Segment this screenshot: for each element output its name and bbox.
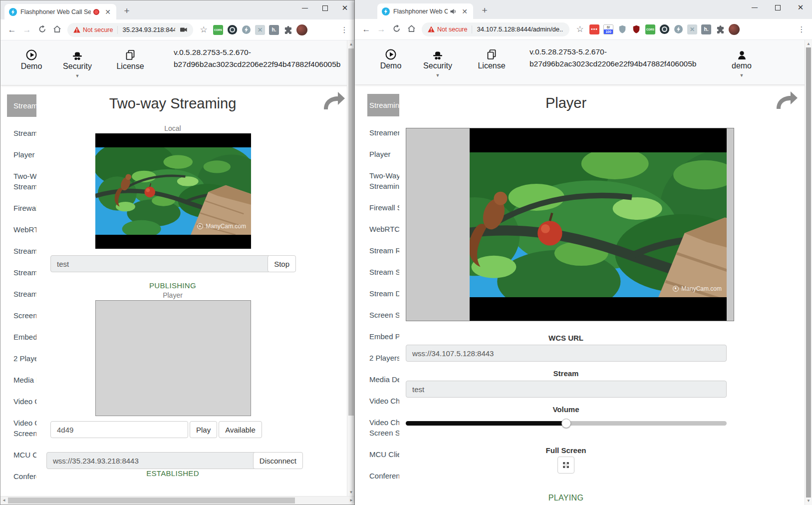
browser-tab[interactable]: Flashphoner Web Call Server ✕ [377,3,473,19]
sidebar-item-embed-player[interactable]: Embed Player [7,332,36,342]
extension-x-icon[interactable]: ✕ [685,22,699,36]
reload-button[interactable] [389,24,404,34]
new-tab-button[interactable]: + [120,4,133,17]
sidebar-item-video-chat-screen[interactable]: Video Chat & Screen Sharing [367,417,399,438]
sidebar-item-streamer[interactable]: Streamer [367,127,399,138]
bookmark-star-icon[interactable]: ☆ [196,25,211,34]
extensions-puzzle-icon[interactable] [281,23,295,37]
nav-license[interactable]: License [114,47,146,71]
sidebar-item-mcu-client[interactable]: MCU Client [7,450,36,460]
sidebar-item-webrtc-as-rtmp[interactable]: WebRTC as RTMP [367,224,399,234]
browser-menu-icon[interactable]: ⋮ [795,25,808,34]
sidebar-item-player[interactable]: Player [7,149,36,160]
extension-h-icon[interactable]: h. [267,23,281,37]
extension-dark-circle-icon[interactable] [225,23,239,37]
sidebar-item-firewall[interactable]: Firewall Streaming [367,202,399,213]
extension-x-icon[interactable]: ✕ [253,23,267,37]
nav-demo[interactable]: Demo [376,47,406,70]
nav-demo[interactable]: Demo [16,47,46,71]
volume-slider[interactable] [406,421,727,426]
sidebar-item-two-way-streaming[interactable]: Two-Way Streaming [367,170,399,191]
sidebar-item-2-players[interactable]: 2 Players [367,353,399,363]
sidebar-item-stream-diagnostic[interactable]: Stream Diagnostic [367,288,399,299]
address-bar[interactable]: Not secure 35.234.93.218:8444/... [67,23,193,37]
play-stream-input[interactable] [50,421,188,438]
not-secure-chip[interactable]: Not secure [73,26,113,33]
volume-thumb[interactable] [561,419,571,428]
fullscreen-button[interactable] [557,457,574,474]
scroll-up-icon[interactable]: ▲ [347,41,355,48]
back-button[interactable]: ← [359,25,374,33]
sidebar-item-player[interactable]: Player [367,149,399,159]
reload-button[interactable] [34,25,49,34]
profile-avatar[interactable] [727,22,741,36]
scroll-up-icon[interactable]: ▲ [805,40,812,47]
address-bar[interactable]: Not secure 34.107.5.128:8444/admin/de... [422,22,569,36]
sidebar-item-video-chat-screen[interactable]: Video Chat & Screen Sharing [7,418,36,439]
sidebar-item-embed-player[interactable]: Embed Player [367,331,399,342]
forward-button[interactable]: → [19,25,34,34]
extension-dark-circle-icon[interactable] [657,22,671,36]
sidebar-item-stream-snapshot[interactable]: Stream Snapshot [7,267,36,278]
extension-flashphoner-icon[interactable] [239,23,253,37]
sidebar-item-video-chat[interactable]: Video Chat [7,396,36,407]
scrollbar-thumb[interactable] [806,47,811,498]
tab-audio-icon[interactable] [450,8,456,14]
sidebar-item-two-way-streaming[interactable]: Two-Way Streaming [7,171,36,192]
nav-security[interactable]: Security ▼ [421,47,455,78]
sidebar-item-streaming[interactable]: Streaming [367,94,399,116]
extension-shield-gray-icon[interactable] [615,22,629,36]
sidebar-item-2-players[interactable]: 2 Players [7,353,36,364]
tab-close-icon[interactable]: ✕ [461,7,469,15]
share-arrow-icon[interactable] [773,91,799,111]
bookmark-star-icon[interactable]: ☆ [572,25,587,33]
extension-dots-icon[interactable]: ••• [587,22,601,36]
minimize-button[interactable]: — [295,0,315,15]
sidebar-item-firewall[interactable]: Firewall Streaming [7,203,36,213]
vertical-scrollbar[interactable]: ▲ ▼ [805,40,812,505]
wcs-url-input[interactable] [406,345,727,362]
sidebar-item-video-chat[interactable]: Video Chat [367,396,399,406]
maximize-button[interactable] [315,0,335,15]
scrollbar-thumb[interactable] [348,48,354,416]
browser-tab[interactable]: Flashphoner Web Call Server ✕ [4,4,116,19]
sidebar-item-streamer[interactable]: Streamer [7,128,36,138]
sidebar-item-conference[interactable]: Conference [7,471,36,482]
scroll-down-icon[interactable]: ▼ [347,489,355,496]
sidebar-item-screen-sharing[interactable]: Screen Sharing [7,310,36,321]
available-button[interactable]: Available [219,421,262,438]
stop-button[interactable]: Stop [268,255,296,272]
not-secure-chip[interactable]: Not secure [428,26,467,33]
close-button[interactable]: ✕ [335,0,355,15]
camera-indicator-icon[interactable] [180,27,187,32]
extension-cors-icon[interactable]: CORS [643,22,657,36]
share-arrow-icon[interactable] [320,91,346,111]
nav-license[interactable]: License [476,47,508,70]
sidebar-item-webrtc-as-rtmp[interactable]: WebRTC as RTMP [7,224,36,235]
extension-score-icon[interactable]: 0/ 100 [601,22,615,36]
close-button[interactable]: ✕ [789,0,812,15]
sidebar-item-streaming[interactable]: Streaming [7,94,36,117]
sidebar-item-mcu-client[interactable]: MCU Client [367,449,399,460]
new-tab-button[interactable]: + [478,4,491,17]
sidebar-item-media-devices[interactable]: Media Devices [7,375,36,385]
horizontal-scrollbar[interactable]: ◄ ► [0,496,355,505]
disconnect-button[interactable]: Disconnect [253,452,303,469]
tab-close-icon[interactable]: ✕ [104,8,112,16]
hscrollbar-thumb[interactable] [8,498,295,504]
sidebar-item-conference[interactable]: Conference [367,471,399,481]
sidebar-item-stream-snapshot[interactable]: Stream Snapshot [367,267,399,277]
nav-security[interactable]: Security ▼ [60,47,94,78]
stream-input[interactable] [406,381,727,398]
vertical-scrollbar[interactable]: ▲ ▼ [347,40,355,497]
sidebar-item-screen-sharing[interactable]: Screen Sharing [367,310,399,320]
extension-shield-red-icon[interactable] [629,22,643,36]
remote-video-placeholder[interactable] [95,300,251,416]
remote-video[interactable]: ManyCam.com [470,128,727,321]
scroll-left-icon[interactable]: ◄ [0,497,7,505]
profile-avatar[interactable] [295,23,309,37]
sidebar-item-stream-recording[interactable]: Stream Recording [7,246,36,256]
nav-user-demo[interactable]: demo ▼ [727,47,757,78]
maximize-button[interactable] [766,0,789,15]
server-url-input[interactable] [46,452,255,469]
